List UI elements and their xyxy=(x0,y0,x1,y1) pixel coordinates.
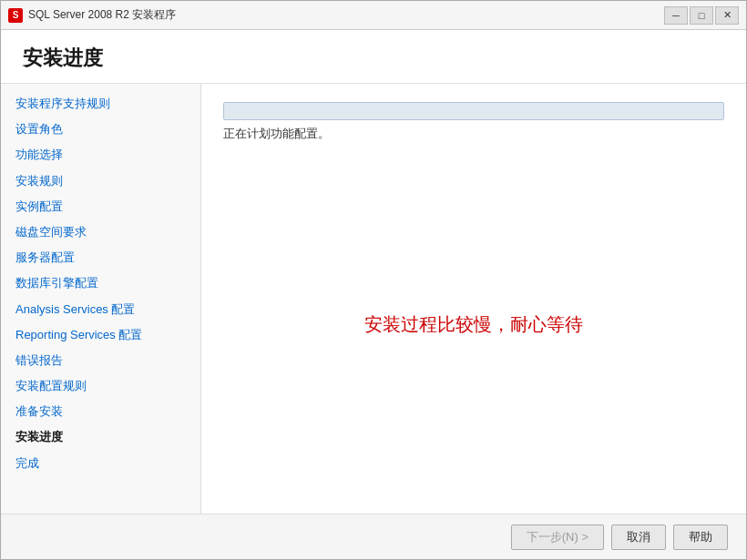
page-title: 安装进度 xyxy=(23,45,724,72)
minimize-button[interactable]: ─ xyxy=(664,6,688,25)
main-window: S SQL Server 2008 R2 安装程序 ─ □ ✕ 安装进度 安装程… xyxy=(0,0,747,560)
progress-status: 正在计划功能配置。 xyxy=(223,126,724,142)
cancel-button[interactable]: 取消 xyxy=(611,524,666,550)
page-header: 安装进度 xyxy=(1,30,746,83)
sidebar-item-reporting-config[interactable]: Reporting Services 配置 xyxy=(1,322,200,348)
sidebar-item-install-progress: 安装进度 xyxy=(1,424,200,450)
sidebar-item-install-rules[interactable]: 安装规则 xyxy=(1,168,200,194)
sidebar-item-disk-space[interactable]: 磁盘空间要求 xyxy=(1,219,200,245)
sidebar-item-setup-role[interactable]: 设置角色 xyxy=(1,117,200,142)
sidebar-item-setup-rules[interactable]: 安装程序支持规则 xyxy=(1,91,200,117)
sidebar-item-instance-config[interactable]: 实例配置 xyxy=(1,194,200,219)
sidebar: 安装程序支持规则设置角色功能选择安装规则实例配置磁盘空间要求服务器配置数据库引擎… xyxy=(1,84,201,514)
sidebar-item-feature-selection[interactable]: 功能选择 xyxy=(1,142,200,168)
footer: 下一步(N) > 取消 帮助 xyxy=(1,514,746,559)
sidebar-item-db-engine-config[interactable]: 数据库引擎配置 xyxy=(1,270,200,296)
app-icon: S xyxy=(8,8,23,23)
sidebar-item-error-report[interactable]: 错误报告 xyxy=(1,348,200,373)
close-button[interactable]: ✕ xyxy=(715,6,739,25)
next-button[interactable]: 下一步(N) > xyxy=(511,524,604,550)
body-area: 安装程序支持规则设置角色功能选择安装规则实例配置磁盘空间要求服务器配置数据库引擎… xyxy=(1,83,746,514)
sidebar-item-install-config-rules[interactable]: 安装配置规则 xyxy=(1,373,200,399)
sidebar-item-ready-install[interactable]: 准备安装 xyxy=(1,399,200,424)
sidebar-item-analysis-config[interactable]: Analysis Services 配置 xyxy=(1,297,200,322)
window-controls: ─ □ ✕ xyxy=(664,6,739,25)
help-button[interactable]: 帮助 xyxy=(673,524,728,550)
maximize-button[interactable]: □ xyxy=(690,6,713,25)
main-content: 安装进度 安装程序支持规则设置角色功能选择安装规则实例配置磁盘空间要求服务器配置… xyxy=(1,30,746,559)
notice-area: 安装过程比较慢，耐心等待 xyxy=(223,153,724,495)
notice-message: 安装过程比较慢，耐心等待 xyxy=(364,312,583,337)
sidebar-item-server-config[interactable]: 服务器配置 xyxy=(1,245,200,270)
progress-area: 正在计划功能配置。 xyxy=(223,102,724,142)
content-panel: 正在计划功能配置。 安装过程比较慢，耐心等待 xyxy=(201,84,746,514)
sidebar-item-complete[interactable]: 完成 xyxy=(1,451,200,476)
title-bar-left: S SQL Server 2008 R2 安装程序 xyxy=(8,7,176,23)
window-title: SQL Server 2008 R2 安装程序 xyxy=(28,7,176,23)
title-bar: S SQL Server 2008 R2 安装程序 ─ □ ✕ xyxy=(1,1,746,30)
progress-bar-container xyxy=(223,102,724,120)
